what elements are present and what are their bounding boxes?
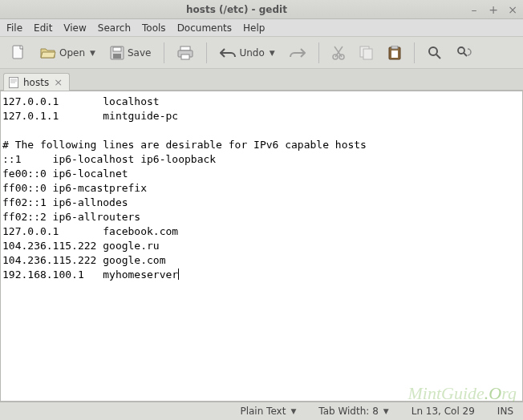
svg-point-14 (429, 47, 437, 55)
chevron-down-icon: ▼ (270, 49, 275, 57)
window-title: hosts (/etc) - gedit (5, 4, 468, 15)
tab-hosts[interactable]: hosts × (3, 73, 70, 91)
menu-help[interactable]: Help (243, 22, 265, 34)
separator (414, 42, 415, 63)
tab-close-icon[interactable]: × (54, 76, 63, 88)
print-button[interactable] (172, 43, 198, 63)
syntax-mode-selector[interactable]: Plain Text ▼ (240, 406, 296, 417)
menu-tools[interactable]: Tools (142, 22, 166, 34)
editor-area[interactable]: 127.0.0.1 localhost 127.0.1.1 mintguide-… (0, 91, 523, 402)
menubar: File Edit View Search Tools Documents He… (0, 19, 523, 37)
tab-width-selector[interactable]: Tab Width: 8 ▼ (318, 406, 388, 417)
separator (164, 42, 164, 63)
separator (206, 42, 207, 63)
svg-rect-10 (363, 49, 372, 59)
chevron-down-icon: ▼ (383, 407, 389, 415)
search-replace-icon (456, 46, 472, 60)
svg-rect-3 (113, 54, 121, 59)
menu-search[interactable]: Search (98, 22, 131, 34)
document-icon (9, 77, 18, 88)
new-doc-button[interactable] (6, 42, 30, 63)
save-label: Save (128, 47, 151, 59)
insert-mode[interactable]: INS (497, 406, 513, 417)
tab-row: hosts × (0, 69, 523, 91)
svg-rect-0 (13, 46, 22, 59)
undo-button[interactable]: Undo ▼ (215, 45, 279, 61)
close-button[interactable]: × (507, 3, 518, 16)
copy-button[interactable] (355, 43, 379, 63)
statusbar: Plain Text ▼ Tab Width: 8 ▼ Ln 13, Col 2… (0, 402, 523, 420)
copy-icon (359, 46, 374, 60)
folder-open-icon (40, 46, 56, 60)
menu-documents[interactable]: Documents (177, 22, 232, 34)
menu-edit[interactable]: Edit (34, 22, 52, 34)
cursor-position: Ln 13, Col 29 (412, 406, 475, 417)
undo-label: Undo (239, 47, 264, 59)
find-replace-button[interactable] (452, 43, 477, 63)
print-icon (177, 46, 193, 60)
undo-icon (220, 47, 236, 59)
svg-rect-4 (180, 46, 190, 50)
redo-icon (290, 47, 306, 59)
titlebar: hosts (/etc) - gedit – + × (0, 0, 523, 19)
paste-icon (388, 46, 401, 60)
tab-label: hosts (23, 77, 49, 88)
document-content: 127.0.0.1 localhost 127.0.1.1 mintguide-… (2, 95, 367, 281)
save-icon (110, 46, 124, 60)
toolbar: Open ▼ Save Undo ▼ (0, 37, 523, 69)
paste-button[interactable] (383, 43, 406, 63)
chevron-down-icon: ▼ (290, 407, 296, 415)
open-label: Open (59, 47, 85, 59)
syntax-mode-label: Plain Text (240, 406, 286, 417)
new-doc-icon (11, 45, 26, 61)
search-icon (428, 46, 442, 60)
menu-view[interactable]: View (63, 22, 86, 34)
cut-icon (332, 46, 345, 60)
window-controls: – + × (468, 3, 518, 16)
redo-button[interactable] (285, 45, 310, 61)
open-button[interactable]: Open ▼ (35, 43, 100, 63)
find-button[interactable] (423, 43, 447, 63)
tab-width-label: Tab Width: 8 (318, 406, 378, 417)
cut-button[interactable] (327, 43, 350, 63)
svg-point-15 (458, 47, 464, 54)
chevron-down-icon: ▼ (90, 49, 95, 57)
svg-rect-2 (113, 47, 121, 51)
minimize-button[interactable]: – (468, 3, 480, 16)
svg-rect-13 (391, 50, 398, 58)
text-cursor (178, 269, 179, 280)
svg-rect-12 (391, 46, 398, 49)
menu-file[interactable]: File (6, 22, 22, 34)
separator (318, 42, 319, 63)
svg-rect-6 (181, 55, 189, 59)
maximize-button[interactable]: + (488, 3, 499, 16)
save-button[interactable]: Save (105, 43, 156, 63)
